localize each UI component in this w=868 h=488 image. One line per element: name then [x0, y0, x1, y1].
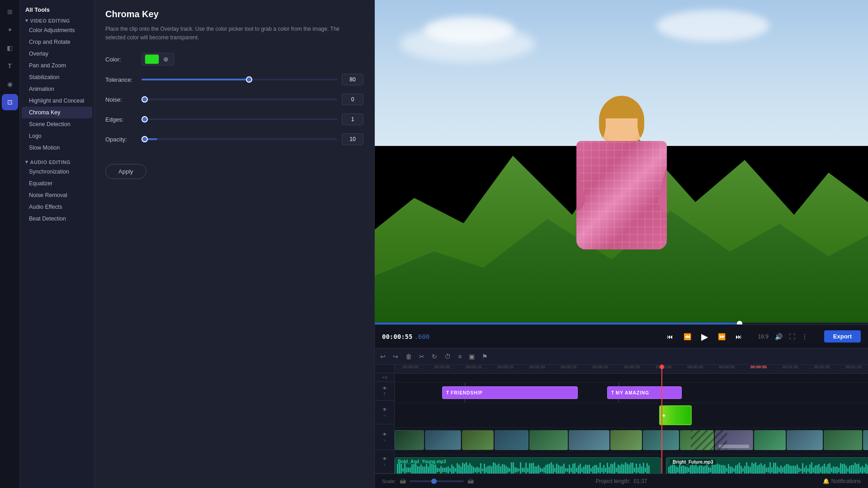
sidebar-item-slow-motion[interactable]: Slow Motion [22, 142, 92, 154]
video-clip[interactable] [495, 430, 528, 450]
preview-video [375, 0, 868, 324]
color-picker-container[interactable]: ⊕ [142, 53, 174, 66]
icon-grid[interactable]: ⊞ [2, 4, 18, 20]
icon-layers[interactable]: ◧ [2, 40, 18, 56]
tick-55: 00:00:55 [743, 365, 774, 373]
overlay-track-icons: ⟐ [383, 413, 386, 418]
play-pause-button[interactable]: ▶ [698, 330, 711, 343]
sidebar-item-color-adjustments[interactable]: Color Adjustments [22, 24, 92, 36]
sidebar-item-highlight-and-conceal[interactable]: Highlight and Conceal [22, 95, 92, 107]
icon-text[interactable]: T [2, 58, 18, 74]
sidebar-item-stabilization[interactable]: Stabilization [22, 71, 92, 83]
loop-button[interactable]: ↻ [432, 353, 437, 360]
sidebar-item-audio-effects[interactable]: Audio Effects [22, 201, 92, 213]
skip-forward-button[interactable]: ⏭ [732, 330, 745, 343]
video-clip[interactable] [569, 430, 609, 450]
icon-effects[interactable]: ◉ [2, 76, 18, 92]
volume-icon[interactable]: 🔊 [775, 333, 783, 340]
sidebar-item-beat-detection[interactable]: Beat Detection [22, 213, 92, 225]
icon-tools[interactable]: ⊡ [2, 94, 18, 110]
edges-control: 1 [142, 113, 363, 125]
icon-cut[interactable]: ✦ [2, 22, 18, 38]
sidebar-item-logo[interactable]: Logo [22, 130, 92, 142]
audio-track-label: 👁 ♪ [375, 450, 394, 474]
tolerance-slider[interactable] [142, 79, 337, 80]
audio-clip-2-label: Bright_Future.mp3 [670, 459, 716, 465]
all-tools-header[interactable]: All Tools [20, 4, 94, 16]
green-screen-clip[interactable]: ★ [659, 405, 692, 425]
clock-button[interactable]: ⏱ [444, 353, 451, 360]
main-track-label: 👁 ⟐ [375, 424, 394, 450]
sidebar-item-equalizer[interactable]: Equalizer [22, 178, 92, 189]
skip-back-button[interactable]: ⏮ [664, 330, 676, 343]
video-clip[interactable] [863, 430, 868, 450]
edges-param-row: Edges: 1 [105, 113, 363, 125]
video-editing-section[interactable]: ▾ Video Editing [20, 16, 94, 24]
video-clip[interactable] [529, 430, 568, 450]
tick-50: 00:00:50 [711, 365, 743, 373]
sidebar-item-scene-detection[interactable]: Scene Detection [22, 118, 92, 130]
timeline-toolbar: ↩ ↪ 🗑 ✂ ↻ ⏱ ≡ ▣ ⚑ [375, 348, 868, 365]
opacity-value: 10 [342, 133, 363, 145]
flag-button[interactable]: ⚑ [482, 353, 488, 360]
sidebar-item-synchronization[interactable]: Synchronization [22, 166, 92, 178]
split-button[interactable]: ✂ [419, 353, 425, 360]
video-clip[interactable] [425, 430, 461, 450]
star-icon: ★ [662, 413, 666, 418]
color-label: Color: [105, 56, 142, 63]
main-video-track-row [395, 428, 868, 455]
sidebar-item-animation[interactable]: Animation [22, 83, 92, 95]
video-clip[interactable] [787, 430, 823, 450]
noise-slider[interactable] [142, 99, 337, 100]
audio-clip-2[interactable]: Bright_Future.mp3 for(let i=0;i<200;i++)… [666, 457, 868, 474]
step-forward-button[interactable]: ⏩ [715, 330, 728, 343]
opacity-slider[interactable] [142, 138, 337, 140]
video-clip[interactable] [680, 430, 714, 450]
notifications-button[interactable]: 🔔 Notifications [823, 478, 861, 484]
audio-clip-1[interactable]: Bold_And_Young.mp3 // Generate waveform … [395, 457, 661, 474]
sidebar-item-crop-and-rotate[interactable]: Crop and Rotate [22, 36, 92, 48]
settings-title: Chroma Key [105, 9, 363, 19]
eyedropper-button[interactable]: ⊕ [161, 54, 171, 64]
time-sub: .600 [414, 333, 429, 340]
noise-value: 0 [342, 94, 363, 105]
scale-bar: Scale: 🏔 🏔 Project length: 01:37 🔔 Notif… [375, 474, 868, 488]
sidebar-item-pan-and-zoom[interactable]: Pan and Zoom [22, 60, 92, 71]
audio-track-eye-icon[interactable]: 👁 [382, 456, 387, 461]
sidebar-item-overlay[interactable]: Overlay [22, 48, 92, 60]
video-clip[interactable] [610, 430, 642, 450]
edges-slider[interactable] [142, 118, 337, 120]
sidebar-item-chroma-key[interactable]: Chroma Key [22, 107, 92, 118]
apply-button[interactable]: Apply [105, 164, 146, 179]
tick-65: 00:01:05 [806, 365, 838, 373]
video-clip[interactable] [754, 430, 786, 450]
audio-editing-section[interactable]: ▾ Audio Editing [20, 157, 94, 166]
scale-plus-icon[interactable]: 🏔 [467, 478, 474, 485]
fullscreen-icon[interactable]: ⛶ [789, 333, 795, 340]
tick-70: 00:01:10 [838, 365, 868, 373]
title-track-eye-icon[interactable]: 👁 [382, 386, 387, 391]
scale-minus-icon[interactable]: 🏔 [400, 478, 406, 485]
overlay-track-eye-icon[interactable]: 👁 [382, 407, 387, 412]
video-clip[interactable] [395, 430, 424, 450]
video-clip[interactable] [824, 430, 862, 450]
list-button[interactable]: ≡ [458, 353, 462, 360]
step-back-button[interactable]: ⏪ [681, 330, 693, 343]
noise-label: Noise: [105, 96, 142, 103]
friendship-title-clip[interactable]: T FRIENDSHIP [442, 386, 578, 399]
undo-button[interactable]: ↩ [380, 353, 386, 360]
video-clip[interactable] [462, 430, 494, 450]
more-options-icon[interactable]: ⋮ [802, 333, 808, 340]
timeline-area: ↩ ↪ 🗑 ✂ ↻ ⏱ ≡ ▣ ⚑ [375, 348, 868, 488]
scale-slider[interactable] [410, 480, 464, 482]
delete-button[interactable]: 🗑 [406, 353, 412, 360]
main-track-eye-icon[interactable]: 👁 [382, 432, 387, 437]
sidebar-item-noise-removal[interactable]: Noise Removal [22, 189, 92, 201]
screen-button[interactable]: ▣ [469, 353, 475, 360]
color-swatch[interactable] [145, 54, 159, 64]
video-clip[interactable] [643, 430, 679, 450]
add-track-icon[interactable]: +≡ [382, 375, 387, 380]
video-clip-playhead[interactable] [715, 430, 753, 450]
redo-button[interactable]: ↪ [393, 353, 398, 360]
export-button[interactable]: Export [824, 330, 861, 343]
